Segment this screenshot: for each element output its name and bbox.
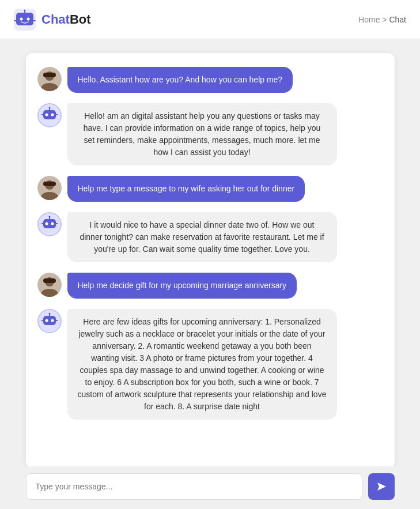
logo-bot: Bot (70, 12, 91, 27)
message-row: I it would nice to have a special dinner… (37, 212, 383, 262)
svg-point-2 (20, 17, 23, 20)
svg-point-24 (45, 223, 48, 225)
bot-avatar (37, 309, 62, 333)
svg-point-3 (27, 17, 30, 20)
bot-avatar (37, 103, 62, 127)
logo-area: ChatBot (14, 9, 91, 31)
svg-rect-23 (43, 219, 56, 228)
logo-chat: Chat (41, 12, 70, 27)
user-avatar (37, 176, 62, 200)
chat-messages[interactable]: Hello, Assistant how are you? And how yo… (26, 53, 395, 468)
svg-point-14 (51, 114, 54, 116)
chatbot-logo-icon (14, 9, 36, 31)
bot-avatar (37, 212, 62, 236)
main-content: Hello, Assistant how are you? And how yo… (0, 39, 420, 509)
svg-point-35 (45, 319, 48, 322)
message-row: Hello! am an digital assistant help you … (37, 103, 383, 165)
breadcrumb-separator: > (382, 15, 389, 24)
svg-point-27 (48, 216, 50, 218)
svg-rect-21 (43, 182, 56, 186)
bot-message-bubble: I it would nice to have a special dinner… (67, 212, 337, 262)
header: ChatBot Home > Chat (0, 0, 420, 39)
message-row: Here are few ideas gifts for upcoming an… (37, 309, 383, 420)
svg-rect-10 (43, 73, 56, 77)
user-avatar (37, 67, 62, 91)
bot-message-bubble: Hello! am an digital assistant help you … (67, 103, 337, 165)
svg-rect-12 (43, 110, 56, 119)
svg-rect-34 (43, 316, 56, 325)
user-message-bubble: Hello, Assistant how are you? And how yo… (67, 67, 293, 93)
svg-point-36 (51, 319, 54, 322)
send-button[interactable] (368, 473, 395, 500)
user-avatar (37, 273, 62, 297)
svg-point-13 (45, 114, 48, 116)
message-input[interactable] (26, 473, 362, 500)
send-icon (376, 481, 387, 492)
svg-point-16 (48, 107, 50, 109)
chat-container: Hello, Assistant how are you? And how yo… (26, 53, 395, 468)
input-area (0, 466, 420, 509)
bot-message-bubble: Here are few ideas gifts for upcoming an… (67, 309, 337, 420)
logo-text: ChatBot (41, 12, 91, 27)
message-row: Help me decide gift for my upcoming marr… (37, 273, 383, 299)
svg-point-5 (24, 9, 26, 11)
input-wrapper (26, 473, 395, 500)
user-message-bubble: Help me type a message to my wife asking… (67, 176, 305, 202)
message-row: Help me type a message to my wife asking… (37, 176, 383, 202)
svg-point-38 (48, 313, 50, 315)
breadcrumb-current: Chat (389, 15, 406, 24)
message-row: Hello, Assistant how are you? And how yo… (37, 67, 383, 93)
user-message-bubble: Help me decide gift for my upcoming marr… (67, 273, 297, 299)
svg-rect-32 (43, 278, 56, 283)
breadcrumb: Home > Chat (358, 15, 406, 24)
svg-point-25 (51, 223, 54, 225)
breadcrumb-home[interactable]: Home (358, 15, 380, 24)
